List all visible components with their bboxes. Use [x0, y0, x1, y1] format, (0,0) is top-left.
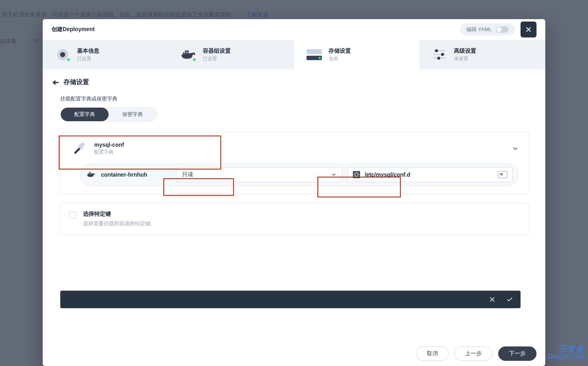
svg-rect-5 — [185, 51, 186, 52]
docker-small-icon — [86, 171, 96, 179]
select-keys-title: 选择特定键 — [83, 211, 156, 218]
basic-info-icon — [54, 46, 71, 63]
edit-yaml-label: 编辑 YAML — [466, 26, 492, 33]
svg-rect-16 — [88, 173, 89, 174]
svg-point-9 — [318, 57, 320, 59]
cancel-button[interactable]: 取消 — [416, 346, 449, 361]
gear-icon — [352, 171, 360, 179]
mount-mode-value: 只读 — [182, 171, 193, 178]
edit-yaml-toggle[interactable]: 编辑 YAML — [460, 24, 515, 35]
inline-action-bar — [60, 291, 521, 308]
modal-body: 存储设置 挂载配置字典或保密字典 配置字典 保密字典 mysql-conf 配置… — [43, 69, 545, 341]
svg-rect-6 — [187, 51, 188, 52]
mount-label: 挂载配置字典或保密字典 — [60, 95, 529, 102]
confirm-icon-button[interactable] — [506, 296, 513, 303]
step-basic-info[interactable]: 基本信息 已设置 — [43, 40, 168, 69]
create-deployment-modal: 创建Deployment 编辑 YAML 基本信息 已设置 — [43, 19, 545, 366]
configmap-name: mysql-conf — [94, 142, 124, 148]
prev-button[interactable]: 上一步 — [454, 346, 493, 361]
chevron-down-icon — [331, 172, 337, 177]
toggle-switch-icon — [496, 26, 509, 33]
modal-header: 创建Deployment 编辑 YAML — [43, 19, 545, 40]
configmap-card: mysql-conf 配置字典 container-hrnhuh 只读 — [60, 132, 529, 194]
hammer-icon — [71, 140, 87, 156]
svg-rect-2 — [183, 53, 184, 54]
svg-point-13 — [441, 53, 444, 56]
svg-point-11 — [435, 49, 438, 52]
select-keys-checkbox[interactable] — [69, 211, 77, 218]
next-button[interactable]: 下一步 — [498, 346, 537, 361]
container-mount-row: container-hrnhuh 只读 /etc/mysql/conf.d — [80, 163, 519, 186]
mount-path-input-wrapper: /etc/mysql/conf.d — [347, 167, 513, 182]
mount-mode-select[interactable]: 只读 — [176, 167, 343, 182]
svg-rect-19 — [89, 172, 91, 173]
step-advanced-settings[interactable]: 高级设置 未设置 — [420, 40, 545, 69]
modal-footer: 取消 上一步 下一步 — [43, 341, 545, 366]
mount-path-input[interactable]: /etc/mysql/conf.d — [364, 171, 491, 178]
docker-icon — [180, 46, 197, 63]
discard-icon-button[interactable] — [489, 296, 496, 303]
container-name: container-hrnhuh — [101, 171, 147, 178]
step-storage-settings[interactable]: 存储设置 当前 — [294, 40, 420, 69]
svg-point-15 — [438, 57, 441, 60]
sliders-icon — [431, 46, 448, 63]
close-button[interactable] — [521, 22, 537, 37]
configmap-type-label: 配置字典 — [94, 149, 124, 155]
wizard-steps: 基本信息 已设置 容器组设置 已设置 — [43, 40, 545, 69]
configmap-selector[interactable]: mysql-conf 配置字典 — [71, 140, 519, 156]
close-icon — [525, 26, 532, 33]
secret-tab[interactable]: 保密字典 — [109, 108, 156, 121]
storage-icon — [305, 46, 323, 63]
svg-point-1 — [60, 52, 65, 57]
configmap-tab[interactable]: 配置字典 — [61, 108, 109, 121]
done-dot-icon — [66, 57, 71, 62]
subpath-icon[interactable] — [498, 171, 507, 178]
modal-title: 创建Deployment — [51, 26, 95, 33]
select-keys-desc: 选择需要挂载到容器的特定键。 — [83, 220, 156, 227]
dictionary-type-segment: 配置字典 保密字典 — [60, 107, 157, 122]
step-pod-settings[interactable]: 容器组设置 已设置 — [168, 40, 294, 69]
chevron-down-icon — [512, 145, 519, 152]
section-title: 存储设置 — [63, 78, 89, 87]
specific-keys-card: 选择特定键 选择需要挂载到容器的特定键。 — [60, 203, 529, 235]
done-dot-icon — [192, 57, 196, 62]
back-arrow-icon — [51, 79, 59, 86]
svg-rect-7 — [306, 49, 321, 54]
section-header: 存储设置 — [51, 78, 529, 87]
